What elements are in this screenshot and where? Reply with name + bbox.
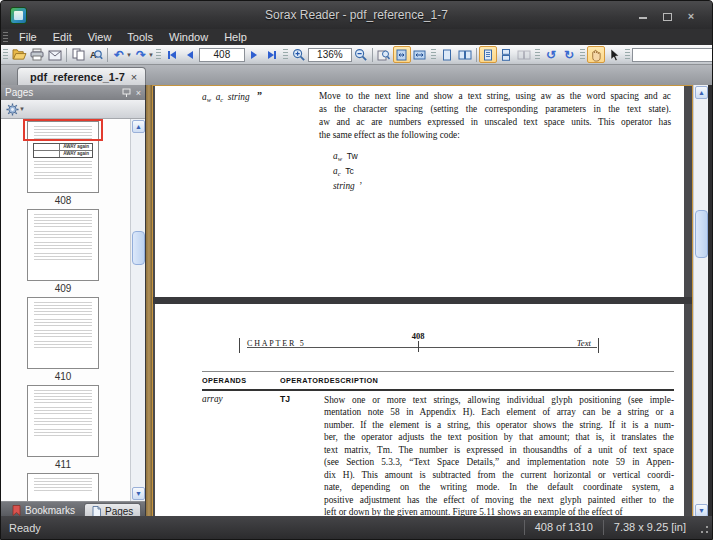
scroll-up-icon[interactable]: ▲	[695, 86, 708, 99]
table-cell-description: Show one or more text strings, allowing …	[324, 394, 674, 518]
undo-button[interactable]: ↶	[110, 46, 128, 63]
sidebar-scroll-thumb[interactable]	[132, 231, 145, 265]
fit-page-icon	[395, 49, 408, 61]
toolbar-grip	[625, 49, 630, 61]
thumb-sample-text: AWAY again	[60, 144, 92, 150]
visible-area-indicator[interactable]	[23, 119, 103, 141]
panel-options-button[interactable]: ▼	[6, 103, 25, 116]
thumb-text-lines	[34, 172, 92, 180]
scroll-up-icon[interactable]: ▲	[132, 120, 145, 133]
pdf-code-block: aw Tw ac Tc string ’	[333, 150, 362, 192]
toolbar-separator	[372, 48, 373, 62]
status-message: Ready	[1, 522, 524, 534]
prev-page-icon	[187, 51, 193, 59]
minimize-button[interactable]	[636, 9, 650, 21]
fit-width-button[interactable]	[411, 46, 429, 63]
page-number-input[interactable]: 408	[199, 48, 245, 62]
maximize-button[interactable]	[660, 9, 674, 21]
facing-icon	[517, 49, 531, 61]
running-header-chapter: CHAPTER 5	[239, 338, 306, 353]
cursor-arrow-icon	[608, 48, 620, 62]
next-page-button[interactable]	[245, 46, 263, 63]
document-scroll-thumb[interactable]	[695, 210, 708, 258]
pages-panel: Pages × ▼ AWAY again	[1, 85, 146, 518]
sidebar-scrollbar[interactable]: ▲ ▼	[130, 119, 145, 501]
title-bar: Sorax Reader - pdf_reference_1-7 ×	[1, 1, 712, 29]
pdf-page-408: CHAPTER 5 408 Text OPERANDS OPERATOR DES…	[155, 304, 684, 517]
zoom-in-button[interactable]	[290, 46, 308, 63]
open-button[interactable]	[10, 46, 28, 63]
pin-icon[interactable]	[122, 88, 131, 97]
toolbar-grip	[283, 49, 288, 61]
zoom-in-icon	[292, 48, 306, 62]
gear-icon	[6, 103, 19, 116]
facing-button[interactable]	[515, 46, 533, 63]
document-tab-bar: pdf_reference_1-7 ×	[1, 65, 712, 85]
hand-tool-button[interactable]	[587, 46, 605, 63]
find-button[interactable]: A	[87, 46, 105, 63]
thumb-table: AWAY again AWAY again	[33, 143, 93, 158]
maximize-icon	[663, 13, 672, 21]
fit-page-button[interactable]	[393, 46, 411, 63]
resize-grip[interactable]	[696, 521, 710, 535]
redo-button[interactable]: ↷	[132, 46, 150, 63]
first-page-button[interactable]	[163, 46, 181, 63]
last-page-button[interactable]	[263, 46, 281, 63]
zoom-out-icon	[354, 48, 368, 62]
close-button[interactable]: ×	[684, 9, 698, 21]
select-tool-button[interactable]	[605, 46, 623, 63]
table-header-operands: OPERANDS	[202, 376, 247, 385]
zoom-level-input[interactable]: 136%	[308, 48, 352, 62]
thumb-text-lines	[34, 161, 92, 169]
panel-close-icon[interactable]: ×	[136, 88, 141, 98]
table-header-operator: OPERATOR	[280, 376, 324, 385]
pdf-page-top: aw ac string ” Move to the next line and…	[155, 86, 684, 297]
two-page-icon	[458, 49, 472, 61]
zoom-out-button[interactable]	[352, 46, 370, 63]
menu-window[interactable]: Window	[161, 29, 216, 45]
menu-tools[interactable]: Tools	[119, 29, 161, 45]
rotate-left-button[interactable]: ↺	[542, 46, 560, 63]
thumbnail-410[interactable]	[27, 297, 99, 369]
copy-button[interactable]	[69, 46, 87, 63]
menu-edit[interactable]: Edit	[45, 29, 80, 45]
menu-file[interactable]: File	[11, 29, 45, 45]
single-page-button[interactable]	[438, 46, 456, 63]
document-viewport[interactable]: aw ac string ” Move to the next line and…	[152, 85, 693, 518]
tab-close-icon[interactable]: ×	[131, 71, 137, 83]
menu-help[interactable]: Help	[216, 29, 255, 45]
tab-pages-label: Pages	[105, 506, 133, 517]
thumbnail-409[interactable]	[27, 209, 99, 281]
toolbar-grip	[580, 49, 585, 61]
export-button[interactable]	[46, 46, 64, 63]
thumbnail-list: AWAY again AWAY again 408 409 410	[1, 119, 145, 501]
minimize-icon	[639, 17, 647, 19]
document-tab[interactable]: pdf_reference_1-7 ×	[17, 67, 146, 85]
print-button[interactable]	[28, 46, 46, 63]
thumbnail-partial[interactable]	[27, 473, 99, 501]
window-title: Sorax Reader - pdf_reference_1-7	[1, 8, 712, 22]
document-tab-label: pdf_reference_1-7	[30, 71, 125, 83]
fit-width-icon	[413, 49, 426, 61]
document-scrollbar[interactable]: ▲ ▼	[693, 85, 708, 518]
search-input[interactable]	[632, 48, 712, 62]
thumbnail-label: 408	[1, 195, 125, 206]
first-page-icon	[170, 51, 176, 59]
pages-panel-toolbar: ▼	[1, 100, 145, 119]
continuous-button[interactable]	[479, 46, 497, 63]
toolbar-separator	[107, 48, 108, 62]
toolbar-grip	[156, 49, 161, 61]
rotate-right-button[interactable]: ↻	[560, 46, 578, 63]
close-icon: ×	[688, 11, 694, 21]
find-icon: A	[89, 48, 103, 61]
menu-view[interactable]: View	[80, 29, 120, 45]
pdf-quote-operator: ”	[257, 90, 262, 101]
zoom-tool-button[interactable]	[375, 46, 393, 63]
two-page-button[interactable]	[456, 46, 474, 63]
continuous-facing-button[interactable]	[497, 46, 515, 63]
table-header-description: DESCRIPTION	[324, 376, 378, 385]
thumbnail-411[interactable]	[27, 385, 99, 457]
prev-page-button[interactable]	[181, 46, 199, 63]
continuous-facing-icon	[500, 49, 512, 61]
scroll-down-icon[interactable]: ▼	[132, 487, 145, 500]
